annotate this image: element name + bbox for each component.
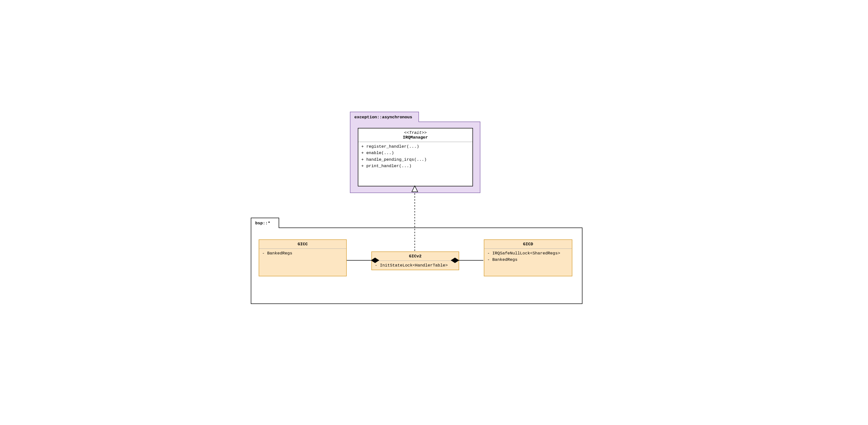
- attribute: - InitStateLock<HandlerTable>: [375, 262, 456, 269]
- class-irq-manager: <<Trait>> IRQManager + register_handler(…: [358, 128, 473, 186]
- method: + handle_pending_irqs(...): [361, 157, 469, 163]
- class-name: GICv2: [409, 254, 422, 259]
- package-tab-exception-async: exception::asynchronous: [350, 112, 419, 122]
- class-name: GICC: [298, 242, 308, 247]
- class-body-irq-manager: + register_handler(...) + enable(...) + …: [358, 142, 472, 171]
- package-label: exception::asynchronous: [354, 115, 412, 120]
- attribute: - IRQSafeNullLock<SharedRegs>: [487, 250, 569, 257]
- class-title-gicv2: GICv2: [372, 252, 459, 261]
- class-name: GICD: [523, 242, 533, 247]
- attribute: - BankedRegs: [487, 257, 569, 263]
- class-title-irq-manager: <<Trait>> IRQManager: [358, 128, 472, 142]
- package-bsp: bsp::* GICC - BankedRegs GICv2 - InitSta…: [251, 228, 583, 304]
- method: + register_handler(...): [361, 143, 469, 150]
- package-tab-bsp: bsp::*: [251, 218, 279, 228]
- class-title-gicd: GICD: [484, 240, 572, 249]
- package-label: bsp::*: [255, 221, 270, 226]
- method: + print_handler(...): [361, 163, 469, 169]
- class-gicd: GICD - IRQSafeNullLock<SharedRegs> - Ban…: [484, 239, 572, 276]
- class-title-gicc: GICC: [259, 240, 346, 249]
- stereotype: <<Trait>>: [361, 130, 470, 135]
- attribute: - BankedRegs: [262, 250, 343, 257]
- class-body-gicc: - BankedRegs: [259, 249, 346, 258]
- class-gicv2: GICv2 - InitStateLock<HandlerTable>: [371, 252, 459, 270]
- class-gicc: GICC - BankedRegs: [259, 239, 347, 276]
- diagram-canvas: exception::asynchronous <<Trait>> IRQMan…: [247, 107, 621, 318]
- class-body-gicv2: - InitStateLock<HandlerTable>: [372, 261, 459, 270]
- class-body-gicd: - IRQSafeNullLock<SharedRegs> - BankedRe…: [484, 249, 572, 265]
- package-exception-async: exception::asynchronous <<Trait>> IRQMan…: [350, 122, 480, 193]
- class-name: IRQManager: [403, 135, 428, 140]
- method: + enable(...): [361, 150, 469, 156]
